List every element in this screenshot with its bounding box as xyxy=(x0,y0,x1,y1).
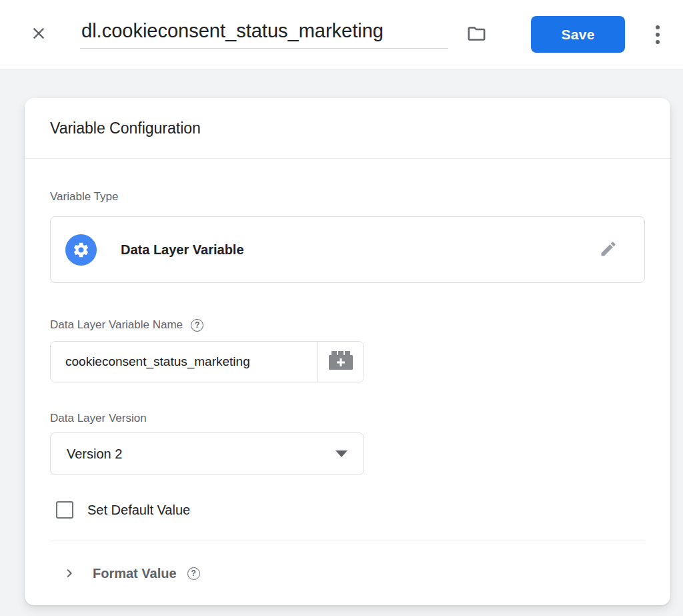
dl-version-label: Data Layer Version xyxy=(50,412,645,425)
dl-name-input-group xyxy=(50,341,364,382)
variable-type-box[interactable]: Data Layer Variable xyxy=(50,216,645,283)
folder-button[interactable] xyxy=(463,21,490,48)
set-default-checkbox[interactable] xyxy=(56,501,73,519)
kebab-menu-icon xyxy=(656,25,660,44)
close-button[interactable] xyxy=(24,20,53,49)
card-body: Variable Type Data Layer Variable Data L… xyxy=(25,190,670,541)
set-default-row: Set Default Value xyxy=(50,501,645,519)
folder-icon xyxy=(466,23,487,46)
dl-version-value: Version 2 xyxy=(67,446,122,462)
format-value-expander[interactable]: Format Value ? xyxy=(25,541,670,605)
chevron-right-icon xyxy=(63,567,75,579)
help-icon[interactable]: ? xyxy=(187,567,200,580)
help-icon[interactable]: ? xyxy=(191,319,203,332)
variable-type-label: Variable Type xyxy=(50,190,645,204)
dl-version-select[interactable]: Version 2 xyxy=(50,432,364,475)
insert-variable-button[interactable] xyxy=(317,342,364,382)
dl-name-input[interactable] xyxy=(51,342,317,382)
more-options-button[interactable] xyxy=(642,19,674,51)
variable-configuration-card: Variable Configuration Variable Type Dat… xyxy=(25,98,670,605)
dl-name-label: Data Layer Variable Name xyxy=(50,318,183,332)
edit-variable-type-button[interactable] xyxy=(595,236,622,263)
card-title: Variable Configuration xyxy=(50,119,201,137)
variable-type-value: Data Layer Variable xyxy=(121,242,244,258)
variable-brick-icon xyxy=(328,351,354,373)
close-icon xyxy=(29,24,48,45)
variable-title-input[interactable] xyxy=(80,20,448,49)
save-button[interactable]: Save xyxy=(531,16,625,53)
caret-down-icon xyxy=(335,450,348,457)
header-divider xyxy=(25,158,670,159)
set-default-label: Set Default Value xyxy=(87,503,190,518)
format-value-label: Format Value xyxy=(93,566,177,581)
gear-icon xyxy=(65,234,97,266)
pencil-icon xyxy=(599,240,618,260)
top-app-bar: Save xyxy=(0,0,683,69)
card-header: Variable Configuration xyxy=(25,98,670,158)
dl-name-label-row: Data Layer Variable Name ? xyxy=(50,318,645,332)
